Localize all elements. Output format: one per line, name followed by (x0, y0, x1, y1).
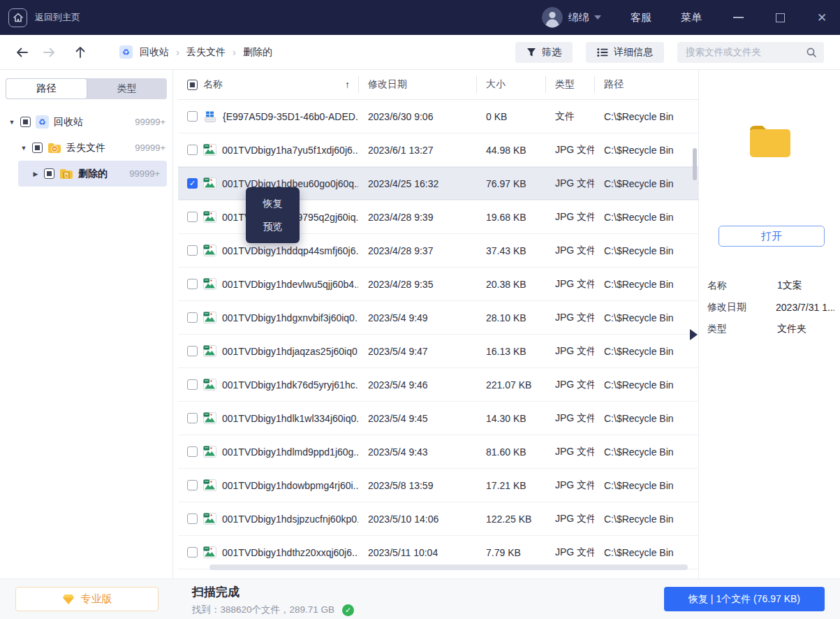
recover-button[interactable]: 恢复 | 1个文件 (76.97 KB) (664, 587, 825, 611)
table-row[interactable]: 001TVDbigy1ha7yu5f1xdj60j6...2023/6/1 13… (178, 133, 698, 167)
close-button[interactable]: ✕ (816, 12, 827, 23)
table-row[interactable]: 001TVDbigy1hdk76d5yryj61hc...2023/5/4 9:… (178, 368, 698, 402)
table-row[interactable]: 001TVDbigy1hdsjpzucfnj60kp0...2023/5/10 … (178, 502, 698, 536)
collapse-panel-arrow[interactable] (690, 329, 698, 340)
search-input[interactable] (686, 47, 806, 57)
minimize-icon (733, 17, 744, 18)
row-checkbox[interactable] (187, 178, 198, 189)
cell-name: 001TVDbigy1hdk76d5yryj61hc... (178, 379, 358, 391)
cell-name: 001TVDbigy1hdthz20xxqj60j6... (178, 546, 358, 558)
chevron-right-icon[interactable]: ▶ (32, 170, 39, 177)
filter-button[interactable]: 筛选 (515, 42, 573, 63)
breadcrumb-item-0[interactable]: 回收站 (140, 46, 169, 59)
open-button[interactable]: 打开 (719, 226, 825, 247)
tree-checkbox[interactable] (32, 143, 43, 153)
back-button[interactable] (14, 45, 29, 60)
tab-type[interactable]: 类型 (87, 78, 168, 99)
search-icon[interactable] (806, 47, 817, 58)
minimize-button[interactable] (732, 12, 744, 23)
forward-button[interactable] (41, 45, 57, 60)
cell-type: JPG 文件 (545, 245, 594, 257)
breadcrumb-item-2[interactable]: 删除的 (243, 46, 272, 59)
row-checkbox[interactable] (187, 446, 198, 457)
cell-date: 2023/5/4 9:47 (358, 346, 476, 357)
column-header-date[interactable]: 修改日期 (358, 78, 476, 91)
table-row[interactable]: {E997A5D9-35D1-46b0-ADED...2023/6/30 9:0… (178, 100, 698, 133)
jpg-file-icon (203, 312, 216, 323)
context-menu-item[interactable]: 恢复 (246, 192, 300, 215)
file-name: 001TVDbigy1hdjaqzas25j60iq0... (222, 346, 358, 357)
cell-type: JPG 文件 (545, 211, 594, 224)
row-checkbox[interactable] (187, 413, 198, 423)
row-checkbox[interactable] (187, 480, 198, 490)
sidebar-item-2[interactable]: ▶删除的99999+ (18, 161, 167, 187)
menu-link[interactable]: 菜单 (681, 11, 702, 24)
sidebar: 路径 类型 ▼♻回收站99999+▼丢失文件99999+▶删除的99999+ (0, 70, 173, 578)
folder-trash-icon (59, 168, 73, 180)
breadcrumb-item-1[interactable]: 丢失文件 (186, 46, 226, 59)
home-button[interactable] (8, 8, 27, 27)
column-header-type[interactable]: 类型 (545, 78, 594, 91)
table-row[interactable]: 001TVDbigy1hdgxnvbif3j60iq0...2023/5/4 9… (178, 301, 698, 335)
table-row[interactable]: 001TVDbigy1hdlmd9ppd1j60g...2023/5/4 9:4… (178, 435, 698, 469)
column-label-name: 名称 (203, 78, 223, 91)
user-name[interactable]: 绵绵 (568, 11, 589, 24)
support-link[interactable]: 客服 (631, 11, 651, 24)
row-checkbox[interactable] (187, 145, 198, 155)
details-button[interactable]: 详细信息 (586, 42, 664, 63)
tree-checkbox[interactable] (44, 168, 54, 179)
column-header-path[interactable]: 路径 (594, 78, 698, 91)
cell-date: 2023/5/4 9:46 (358, 379, 476, 391)
up-button[interactable] (73, 45, 88, 60)
row-checkbox[interactable] (187, 346, 198, 356)
horizontal-scrollbar-thumb[interactable] (209, 565, 688, 570)
cell-date: 2023/5/11 10:04 (358, 547, 476, 558)
row-checkbox[interactable] (187, 514, 198, 524)
folder-icon (749, 122, 792, 161)
column-header-name[interactable]: 名称 ↑ (178, 78, 358, 91)
cell-size: 20.38 KB (476, 279, 545, 290)
row-checkbox[interactable] (187, 111, 198, 122)
cell-path: C:\$Recycle Bin (594, 279, 698, 290)
row-checkbox[interactable] (187, 245, 198, 256)
sidebar-item-0[interactable]: ▼♻回收站99999+ (0, 109, 172, 135)
avatar[interactable] (542, 7, 563, 28)
chevron-down-icon[interactable]: ▼ (8, 119, 15, 126)
details-label: 详细信息 (614, 46, 653, 59)
home-label[interactable]: 返回到主页 (35, 11, 80, 24)
user-dropdown-icon[interactable] (594, 15, 601, 20)
table-body: {E997A5D9-35D1-46b0-ADED...2023/6/30 9:0… (178, 100, 698, 569)
maximize-button[interactable] (774, 12, 786, 23)
tree-checkbox[interactable] (20, 117, 31, 127)
scan-title: 扫描完成 (192, 584, 354, 600)
table-row[interactable]: 001TVDbigy1hdjaqzas25j60iq0...2023/5/4 9… (178, 335, 698, 368)
jpg-file-icon (203, 479, 216, 491)
table-row[interactable]: 001TVDbigy1hdlk1wl334j60iq0...2023/5/4 9… (178, 402, 698, 435)
tab-path[interactable]: 路径 (6, 78, 87, 99)
cell-name: {E997A5D9-35D1-46b0-ADED... (178, 110, 358, 123)
chevron-down-icon[interactable]: ▼ (20, 145, 27, 152)
column-header-size[interactable]: 大小 (476, 78, 545, 91)
jpg-file-icon (203, 211, 216, 223)
context-menu-item[interactable]: 预览 (246, 215, 300, 238)
cell-type: JPG 文件 (545, 379, 594, 391)
cell-type: JPG 文件 (545, 345, 594, 358)
success-check-icon: ✓ (342, 604, 354, 616)
cell-name: 001TVDbigy1hdowbpmg4rj60i... (178, 479, 358, 491)
search-box[interactable] (677, 42, 824, 63)
select-all-checkbox[interactable] (187, 80, 198, 90)
jpg-file-icon (203, 546, 216, 558)
vertical-scrollbar-thumb[interactable] (693, 148, 697, 180)
cell-path: C:\$Recycle Bin (594, 145, 698, 156)
table-row[interactable]: 001TVDbigy1hdevlwu5qjj60b4...2023/4/28 9… (178, 268, 698, 301)
sidebar-item-1[interactable]: ▼丢失文件99999+ (0, 135, 172, 161)
table-row[interactable]: 001TVDbigy1hdowbpmg4rj60i...2023/5/8 13:… (178, 469, 698, 502)
row-checkbox[interactable] (187, 279, 198, 289)
row-checkbox[interactable] (187, 547, 198, 558)
sort-ascending-icon[interactable]: ↑ (345, 79, 350, 90)
row-checkbox[interactable] (187, 312, 198, 323)
pro-version-button[interactable]: 专业版 (15, 587, 159, 611)
scan-detail: 找到：388620个文件，289.71 GB (192, 604, 334, 616)
row-checkbox[interactable] (187, 379, 198, 390)
row-checkbox[interactable] (187, 212, 198, 222)
